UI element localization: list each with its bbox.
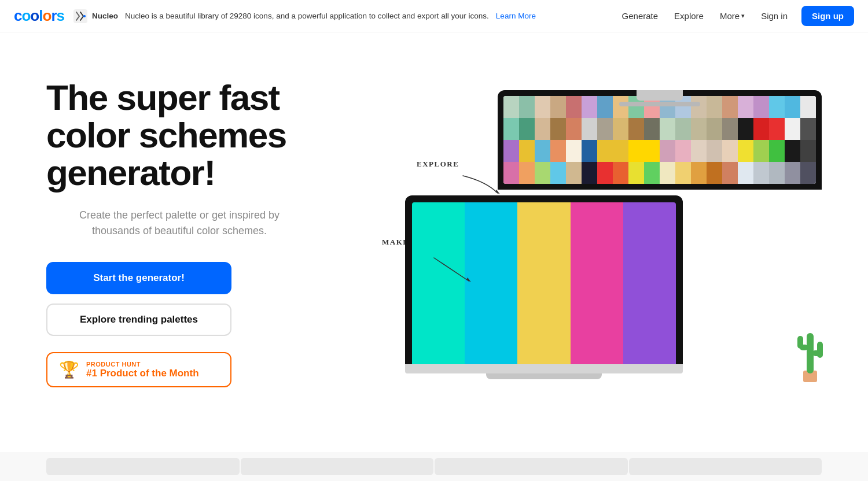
color-swatch (707, 140, 722, 162)
color-swatch (613, 140, 628, 162)
logo[interactable]: coolors (14, 7, 64, 25)
svg-rect-7 (797, 336, 803, 349)
product-hunt-badge[interactable]: 🏆 Product Hunt #1 Product of the Month (46, 352, 231, 387)
svg-point-1 (83, 15, 86, 17)
laptop-color-bar (517, 202, 570, 364)
color-swatch (550, 162, 566, 184)
nav-more-link[interactable]: More ▾ (713, 8, 752, 24)
color-swatch (628, 118, 644, 140)
color-swatch (519, 162, 535, 184)
swatch-group (582, 118, 660, 140)
color-swatch (738, 118, 753, 140)
swatch-group (503, 118, 582, 140)
color-swatch (519, 140, 535, 162)
color-swatch (566, 118, 582, 140)
svg-rect-9 (817, 342, 823, 358)
laptop-foot (486, 373, 602, 379)
chevron-down-icon: ▾ (741, 12, 745, 20)
swatch-group (503, 162, 582, 184)
color-swatch (769, 140, 785, 162)
color-swatch (597, 118, 613, 140)
color-swatch (722, 162, 738, 184)
bottom-bar-item-1 (46, 458, 240, 475)
color-swatch (582, 162, 597, 184)
color-swatch (503, 118, 519, 140)
color-swatch (785, 162, 800, 184)
color-swatch (597, 140, 613, 162)
color-swatch (503, 140, 519, 162)
bottom-bar-item-4 (629, 458, 822, 475)
nucleo-description: Nucleo is a beautiful library of 29280 i… (125, 12, 489, 20)
color-swatch (722, 118, 738, 140)
monitor-column-0 (503, 96, 582, 184)
color-swatch (628, 140, 644, 162)
color-swatch (675, 162, 691, 184)
monitor-column-2 (660, 96, 738, 184)
navbar: coolors Nucleo Nucleo is a beautiful lib… (0, 0, 868, 32)
color-swatch (707, 118, 722, 140)
nucleo-banner: Nucleo Nucleo is a beautiful library of … (73, 9, 615, 23)
color-swatch (660, 162, 675, 184)
product-hunt-label: Product Hunt (86, 361, 199, 368)
color-swatch (597, 162, 613, 184)
sign-up-button[interactable]: Sign up (801, 6, 854, 26)
make-palette-arrow (428, 252, 475, 287)
color-swatch (769, 162, 785, 184)
start-generator-button[interactable]: Start the generator! (46, 262, 231, 294)
monitor-screen (503, 96, 816, 184)
swatch-group (738, 162, 816, 184)
color-swatch (660, 140, 675, 162)
color-swatch (613, 162, 628, 184)
hero-illustration: EXPLORE MAKE A PALETTE (370, 67, 822, 402)
color-swatch (722, 140, 738, 162)
color-swatch (675, 118, 691, 140)
swatch-group (660, 140, 738, 162)
color-swatch (691, 140, 707, 162)
color-swatch (550, 118, 566, 140)
hero-subtitle: Create the perfect palette or get inspir… (69, 208, 289, 239)
laptop (405, 195, 683, 379)
bottom-bar-item-2 (241, 458, 434, 475)
color-swatch (691, 118, 707, 140)
svg-marker-3 (466, 278, 471, 282)
color-swatch (785, 140, 800, 162)
cactus-decoration (793, 316, 827, 373)
swatch-group (660, 118, 738, 140)
nav-links: Generate Explore More ▾ Sign in Sign up (615, 6, 854, 26)
color-swatch (660, 118, 675, 140)
color-swatch (800, 118, 816, 140)
laptop-base (405, 364, 683, 373)
color-swatch (644, 118, 660, 140)
color-swatch (535, 140, 550, 162)
color-swatch (628, 162, 644, 184)
trophy-icon: 🏆 (59, 360, 79, 379)
color-swatch (613, 118, 628, 140)
explore-trending-button[interactable]: Explore trending palettes (46, 304, 231, 336)
color-swatch (566, 140, 582, 162)
color-swatch (753, 118, 769, 140)
swatch-group (738, 118, 816, 140)
sign-in-link[interactable]: Sign in (754, 8, 795, 24)
color-swatch (738, 162, 753, 184)
color-swatch (503, 162, 519, 184)
hero-left: The super fast color schemes generator! … (46, 67, 347, 402)
main-content: The super fast color schemes generator! … (0, 67, 868, 402)
color-swatch (582, 118, 597, 140)
color-swatch (519, 118, 535, 140)
monitor-stand (637, 90, 683, 101)
swatch-group (738, 140, 816, 162)
color-swatch (800, 162, 816, 184)
product-hunt-title: #1 Product of the Month (86, 368, 199, 379)
explore-arrow (457, 170, 503, 199)
swatch-group (582, 140, 660, 162)
color-swatch (785, 118, 800, 140)
laptop-color-bar (571, 202, 623, 364)
nav-explore-link[interactable]: Explore (667, 8, 711, 24)
color-swatch (707, 162, 722, 184)
swatch-group (582, 162, 660, 184)
monitor-column-3 (738, 96, 816, 184)
nav-generate-link[interactable]: Generate (615, 8, 665, 24)
color-swatch (582, 140, 597, 162)
hero-title: The super fast color schemes generator! (46, 79, 347, 191)
nucleo-learn-more-link[interactable]: Learn More (496, 12, 536, 20)
